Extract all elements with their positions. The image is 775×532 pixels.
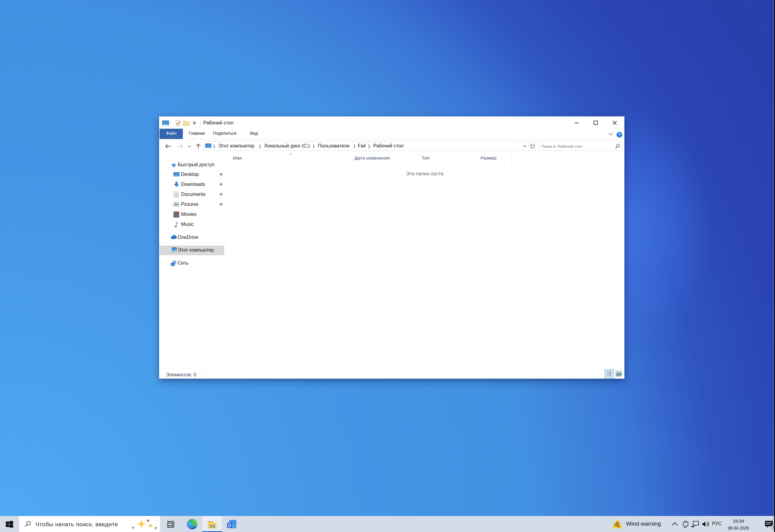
svg-text:?: ? [618, 132, 621, 137]
